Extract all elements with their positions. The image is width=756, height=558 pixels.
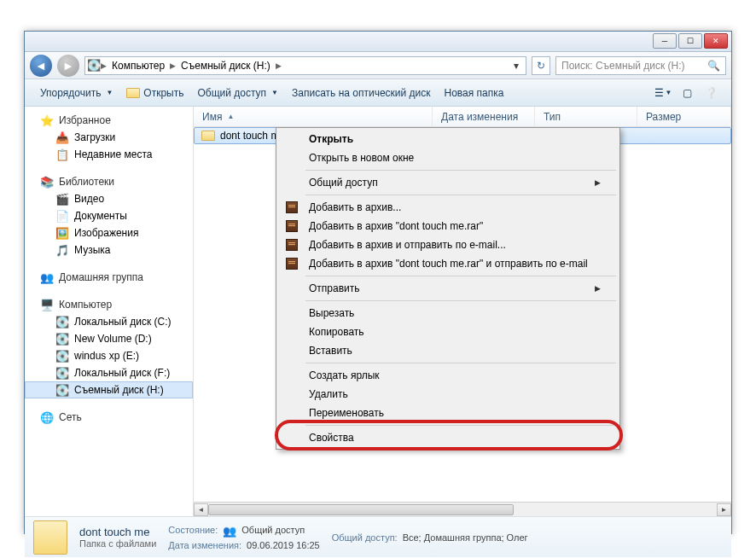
organize-button[interactable]: Упорядочить▼: [33, 84, 119, 102]
recent-icon: 📋: [55, 148, 69, 161]
folder-icon: [126, 88, 140, 98]
sidebar-video[interactable]: 🎬Видео: [25, 190, 193, 207]
search-input[interactable]: Поиск: Съемный диск (H:) 🔍: [555, 56, 726, 75]
share-icon: 👥: [223, 525, 236, 538]
content-area: Имя▲ Дата изменения Тип Размер dont touc…: [194, 107, 731, 516]
sidebar-downloads[interactable]: 📥Загрузки: [25, 129, 193, 146]
drive-icon: 💽: [55, 332, 69, 346]
burn-button[interactable]: Записать на оптический диск: [285, 84, 438, 102]
music-icon: 🎵: [55, 243, 69, 257]
rar-icon: [285, 257, 299, 270]
column-name[interactable]: Имя▲: [194, 107, 433, 126]
sidebar-favorites[interactable]: ⭐Избранное: [25, 112, 193, 129]
breadcrumb[interactable]: 💽 ▶ Компьютер ▶ Съемный диск (H:) ▶ ▾: [84, 56, 526, 75]
ctx-add-rar[interactable]: Добавить в архив "dont touch me.rar": [278, 217, 618, 235]
sidebar-network[interactable]: 🌐Сеть: [25, 409, 193, 426]
refresh-button[interactable]: ↻: [532, 56, 550, 75]
column-date[interactable]: Дата изменения: [433, 107, 535, 126]
rar-icon: [285, 219, 299, 233]
search-placeholder: Поиск: Съемный диск (H:): [561, 60, 685, 72]
ctx-open[interactable]: Открыть: [278, 130, 618, 148]
sidebar-drive-h[interactable]: 💽Съемный диск (H:): [25, 381, 193, 398]
sort-indicator-icon: ▲: [227, 113, 234, 120]
chevron-icon: ▶: [170, 61, 176, 70]
drive-icon: 💽: [55, 366, 69, 380]
close-button[interactable]: ✕: [704, 33, 728, 49]
new-folder-button[interactable]: Новая папка: [438, 84, 511, 102]
column-size[interactable]: Размер: [637, 107, 731, 126]
libraries-icon: 📚: [40, 175, 54, 189]
sidebar-pictures[interactable]: 🖼️Изображения: [25, 224, 193, 241]
column-headers: Имя▲ Дата изменения Тип Размер: [194, 107, 731, 127]
ctx-add-archive[interactable]: Добавить в архив...: [278, 198, 618, 217]
back-button[interactable]: ◄: [30, 55, 52, 77]
ctx-rename[interactable]: Переименовать: [278, 404, 618, 422]
downloads-icon: 📥: [55, 131, 69, 144]
details-state-label: Состояние:: [168, 525, 218, 538]
video-icon: 🎬: [55, 192, 69, 206]
titlebar: ─ ☐ ✕: [25, 32, 731, 52]
ctx-open-new-window[interactable]: Открыть в новом окне: [278, 148, 618, 167]
share-button[interactable]: Общий доступ▼: [190, 84, 285, 102]
star-icon: ⭐: [40, 113, 54, 127]
details-share-label: Общий доступ:: [332, 532, 398, 543]
sidebar-documents[interactable]: 📄Документы: [25, 207, 193, 224]
computer-icon: 🖥️: [40, 298, 54, 311]
ctx-paste[interactable]: Вставить: [278, 341, 618, 360]
open-button[interactable]: Открыть: [119, 84, 190, 102]
file-list[interactable]: dont touch me 09.06.2019 16:25 Папка с ф…: [194, 127, 731, 502]
sidebar-homegroup[interactable]: 👥Домашняя группа: [25, 269, 193, 286]
chevron-icon: ▶: [101, 61, 107, 70]
column-type[interactable]: Тип: [535, 107, 637, 126]
ctx-copy[interactable]: Копировать: [278, 323, 618, 341]
documents-icon: 📄: [55, 209, 69, 223]
rar-icon: [285, 238, 299, 252]
scroll-thumb[interactable]: [208, 504, 514, 515]
sidebar-music[interactable]: 🎵Музыка: [25, 241, 193, 259]
details-name: dont touch me: [79, 526, 156, 538]
breadcrumb-drive[interactable]: Съемный диск (H:): [176, 60, 276, 72]
sidebar-drive-f[interactable]: 💽Локальный диск (F:): [25, 364, 193, 381]
ctx-add-rar-email[interactable]: Добавить в архив "dont touch me.rar" и о…: [278, 254, 618, 273]
details-pane: dont touch me Папка с файлами Состояние:…: [25, 516, 731, 557]
rar-icon: [285, 201, 299, 214]
explorer-window: ─ ☐ ✕ ◄ ► 💽 ▶ Компьютер ▶ Съемный диск (…: [24, 31, 732, 534]
view-button[interactable]: ☰▼: [651, 84, 675, 102]
submenu-arrow-icon: ▶: [595, 178, 601, 187]
ctx-properties[interactable]: Свойства: [278, 428, 618, 447]
window-controls: ─ ☐ ✕: [653, 33, 728, 49]
preview-pane-button[interactable]: ▢: [675, 84, 699, 102]
maximize-button[interactable]: ☐: [678, 33, 702, 49]
homegroup-icon: 👥: [40, 270, 54, 284]
ctx-add-email[interactable]: Добавить в архив и отправить по e-mail..…: [278, 235, 618, 254]
scroll-left-button[interactable]: ◄: [194, 503, 208, 516]
breadcrumb-dropdown[interactable]: ▾: [509, 60, 524, 72]
sidebar-libraries[interactable]: 📚Библиотеки: [25, 173, 193, 190]
minimize-button[interactable]: ─: [653, 33, 677, 49]
sidebar-computer[interactable]: 🖥️Компьютер: [25, 296, 193, 313]
help-button[interactable]: ❔: [699, 84, 723, 102]
drive-icon: 💽: [55, 383, 69, 397]
drive-icon: 💽: [55, 349, 69, 363]
ctx-share[interactable]: Общий доступ▶: [278, 173, 618, 192]
sidebar-drive-d[interactable]: 💽New Volume (D:): [25, 330, 193, 347]
scroll-right-button[interactable]: ►: [717, 503, 731, 516]
folder-large-icon: [33, 520, 67, 555]
sidebar-drive-e[interactable]: 💽windus xp (E:): [25, 347, 193, 364]
forward-button[interactable]: ►: [57, 55, 79, 77]
details-share-value: Все; Домашняя группа; Олег: [403, 532, 528, 543]
details-modified-value: 09.06.2019 16:25: [247, 540, 320, 550]
breadcrumb-computer[interactable]: Компьютер: [107, 60, 170, 72]
folder-icon: [201, 131, 215, 141]
sidebar-recent[interactable]: 📋Недавние места: [25, 146, 193, 163]
sidebar-drive-c[interactable]: 💽Локальный диск (C:): [25, 313, 193, 330]
details-modified-label: Дата изменения:: [168, 540, 241, 550]
ctx-cut[interactable]: Вырезать: [278, 304, 618, 323]
scroll-track[interactable]: [208, 503, 717, 516]
ctx-delete[interactable]: Удалить: [278, 385, 618, 404]
ctx-send[interactable]: Отправить▶: [278, 279, 618, 298]
horizontal-scrollbar[interactable]: ◄ ►: [194, 502, 731, 516]
network-icon: 🌐: [40, 410, 54, 424]
ctx-shortcut[interactable]: Создать ярлык: [278, 366, 618, 385]
sidebar: ⭐Избранное 📥Загрузки 📋Недавние места 📚Би…: [25, 107, 194, 516]
